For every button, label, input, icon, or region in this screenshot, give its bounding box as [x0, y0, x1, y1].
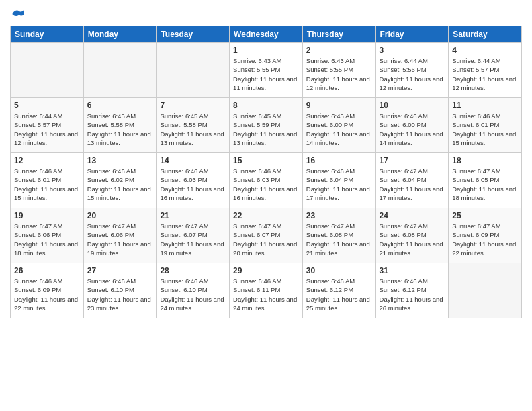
day-info: Sunrise: 6:46 AMSunset: 6:09 PMDaylight:…	[14, 277, 80, 312]
calendar-cell: 28Sunrise: 6:46 AMSunset: 6:10 PMDayligh…	[157, 263, 230, 318]
day-number: 8	[233, 101, 299, 110]
calendar-cell	[449, 263, 522, 318]
calendar-cell: 10Sunrise: 6:46 AMSunset: 6:00 PMDayligh…	[375, 98, 449, 153]
day-number: 15	[233, 156, 299, 165]
day-number: 29	[233, 266, 299, 275]
calendar-cell: 20Sunrise: 6:47 AMSunset: 6:06 PMDayligh…	[83, 208, 157, 263]
day-info: Sunrise: 6:46 AMSunset: 6:12 PMDaylight:…	[306, 277, 372, 312]
day-info: Sunrise: 6:46 AMSunset: 6:00 PMDaylight:…	[380, 111, 445, 147]
calendar-week-5: 26Sunrise: 6:46 AMSunset: 6:09 PMDayligh…	[11, 263, 522, 318]
calendar-week-2: 5Sunrise: 6:44 AMSunset: 5:57 PMDaylight…	[11, 98, 522, 153]
day-info: Sunrise: 6:43 AMSunset: 5:55 PMDaylight:…	[306, 56, 372, 92]
day-number: 30	[306, 266, 372, 275]
day-number: 27	[87, 266, 153, 275]
page: SundayMondayTuesdayWednesdayThursdayFrid…	[0, 0, 532, 411]
calendar-cell: 30Sunrise: 6:46 AMSunset: 6:12 PMDayligh…	[302, 263, 375, 318]
weekday-header-thursday: Thursday	[302, 26, 375, 43]
calendar-cell: 15Sunrise: 6:46 AMSunset: 6:03 PMDayligh…	[230, 153, 303, 208]
day-number: 18	[452, 156, 518, 165]
day-info: Sunrise: 6:47 AMSunset: 6:06 PMDaylight:…	[87, 222, 153, 257]
day-info: Sunrise: 6:44 AMSunset: 5:57 PMDaylight:…	[14, 111, 80, 147]
day-info: Sunrise: 6:45 AMSunset: 5:59 PMDaylight:…	[233, 111, 299, 147]
day-info: Sunrise: 6:47 AMSunset: 6:09 PMDaylight:…	[452, 222, 518, 257]
calendar-cell: 16Sunrise: 6:46 AMSunset: 6:04 PMDayligh…	[302, 153, 375, 208]
day-info: Sunrise: 6:46 AMSunset: 6:03 PMDaylight:…	[233, 167, 299, 202]
calendar-cell: 11Sunrise: 6:46 AMSunset: 6:01 PMDayligh…	[449, 98, 522, 153]
logo	[10, 7, 25, 20]
day-info: Sunrise: 6:44 AMSunset: 5:57 PMDaylight:…	[452, 56, 518, 92]
calendar-week-3: 12Sunrise: 6:46 AMSunset: 6:01 PMDayligh…	[11, 153, 522, 208]
weekday-header-row: SundayMondayTuesdayWednesdayThursdayFrid…	[11, 26, 522, 43]
day-number: 17	[380, 156, 445, 165]
calendar-cell: 24Sunrise: 6:47 AMSunset: 6:08 PMDayligh…	[375, 208, 449, 263]
day-info: Sunrise: 6:47 AMSunset: 6:06 PMDaylight:…	[14, 222, 80, 257]
day-number: 3	[380, 46, 445, 55]
calendar-cell: 14Sunrise: 6:46 AMSunset: 6:03 PMDayligh…	[157, 153, 230, 208]
calendar-cell	[157, 43, 230, 98]
day-info: Sunrise: 6:47 AMSunset: 6:08 PMDaylight:…	[306, 222, 372, 257]
day-info: Sunrise: 6:45 AMSunset: 5:58 PMDaylight:…	[87, 111, 153, 147]
calendar-cell: 22Sunrise: 6:47 AMSunset: 6:07 PMDayligh…	[230, 208, 303, 263]
calendar-cell: 17Sunrise: 6:47 AMSunset: 6:04 PMDayligh…	[375, 153, 449, 208]
calendar-week-4: 19Sunrise: 6:47 AMSunset: 6:06 PMDayligh…	[11, 208, 522, 263]
calendar-cell: 26Sunrise: 6:46 AMSunset: 6:09 PMDayligh…	[11, 263, 84, 318]
calendar-cell: 8Sunrise: 6:45 AMSunset: 5:59 PMDaylight…	[230, 98, 303, 153]
day-number: 9	[306, 101, 372, 110]
day-info: Sunrise: 6:47 AMSunset: 6:08 PMDaylight:…	[380, 222, 445, 257]
day-number: 21	[160, 211, 226, 220]
day-number: 24	[380, 211, 445, 220]
day-number: 7	[160, 101, 226, 110]
calendar-cell: 31Sunrise: 6:46 AMSunset: 6:12 PMDayligh…	[375, 263, 449, 318]
day-number: 20	[87, 211, 153, 220]
header	[10, 7, 522, 20]
day-info: Sunrise: 6:47 AMSunset: 6:07 PMDaylight:…	[233, 222, 299, 257]
day-info: Sunrise: 6:45 AMSunset: 6:00 PMDaylight:…	[306, 111, 372, 147]
calendar-cell	[11, 43, 84, 98]
calendar-cell: 29Sunrise: 6:46 AMSunset: 6:11 PMDayligh…	[230, 263, 303, 318]
calendar-cell: 12Sunrise: 6:46 AMSunset: 6:01 PMDayligh…	[11, 153, 84, 208]
day-info: Sunrise: 6:46 AMSunset: 6:02 PMDaylight:…	[87, 167, 153, 202]
calendar-cell: 1Sunrise: 6:43 AMSunset: 5:55 PMDaylight…	[230, 43, 303, 98]
day-number: 28	[160, 266, 226, 275]
weekday-header-friday: Friday	[375, 26, 449, 43]
calendar-cell	[83, 43, 157, 98]
day-info: Sunrise: 6:46 AMSunset: 6:01 PMDaylight:…	[452, 111, 518, 147]
day-info: Sunrise: 6:46 AMSunset: 6:04 PMDaylight:…	[306, 167, 372, 202]
day-info: Sunrise: 6:44 AMSunset: 5:56 PMDaylight:…	[380, 56, 445, 92]
day-info: Sunrise: 6:46 AMSunset: 6:10 PMDaylight:…	[160, 277, 226, 312]
calendar-cell: 25Sunrise: 6:47 AMSunset: 6:09 PMDayligh…	[449, 208, 522, 263]
day-number: 26	[14, 266, 80, 275]
calendar-cell: 4Sunrise: 6:44 AMSunset: 5:57 PMDaylight…	[449, 43, 522, 98]
calendar-cell: 5Sunrise: 6:44 AMSunset: 5:57 PMDaylight…	[11, 98, 84, 153]
day-number: 23	[306, 211, 372, 220]
day-info: Sunrise: 6:43 AMSunset: 5:55 PMDaylight:…	[233, 56, 299, 92]
day-number: 25	[452, 211, 518, 220]
day-info: Sunrise: 6:46 AMSunset: 6:10 PMDaylight:…	[87, 277, 153, 312]
day-info: Sunrise: 6:46 AMSunset: 6:03 PMDaylight:…	[160, 167, 226, 202]
day-number: 11	[452, 101, 518, 110]
day-number: 2	[306, 46, 372, 55]
day-info: Sunrise: 6:47 AMSunset: 6:07 PMDaylight:…	[160, 222, 226, 257]
day-number: 22	[233, 211, 299, 220]
calendar-cell: 13Sunrise: 6:46 AMSunset: 6:02 PMDayligh…	[83, 153, 157, 208]
calendar-cell: 19Sunrise: 6:47 AMSunset: 6:06 PMDayligh…	[11, 208, 84, 263]
day-number: 6	[87, 101, 153, 110]
calendar-cell: 27Sunrise: 6:46 AMSunset: 6:10 PMDayligh…	[83, 263, 157, 318]
day-number: 16	[306, 156, 372, 165]
calendar-cell: 23Sunrise: 6:47 AMSunset: 6:08 PMDayligh…	[302, 208, 375, 263]
day-info: Sunrise: 6:46 AMSunset: 6:01 PMDaylight:…	[14, 167, 80, 202]
day-info: Sunrise: 6:46 AMSunset: 6:11 PMDaylight:…	[233, 277, 299, 312]
day-number: 5	[14, 101, 80, 110]
day-number: 10	[380, 101, 445, 110]
calendar-cell: 21Sunrise: 6:47 AMSunset: 6:07 PMDayligh…	[157, 208, 230, 263]
calendar-week-1: 1Sunrise: 6:43 AMSunset: 5:55 PMDaylight…	[11, 43, 522, 98]
day-number: 12	[14, 156, 80, 165]
day-number: 1	[233, 46, 299, 55]
day-number: 4	[452, 46, 518, 55]
calendar-cell: 9Sunrise: 6:45 AMSunset: 6:00 PMDaylight…	[302, 98, 375, 153]
day-info: Sunrise: 6:45 AMSunset: 5:58 PMDaylight:…	[160, 111, 226, 147]
calendar-cell: 3Sunrise: 6:44 AMSunset: 5:56 PMDaylight…	[375, 43, 449, 98]
day-info: Sunrise: 6:47 AMSunset: 6:04 PMDaylight:…	[380, 167, 445, 202]
logo-icon	[11, 7, 25, 20]
day-number: 19	[14, 211, 80, 220]
